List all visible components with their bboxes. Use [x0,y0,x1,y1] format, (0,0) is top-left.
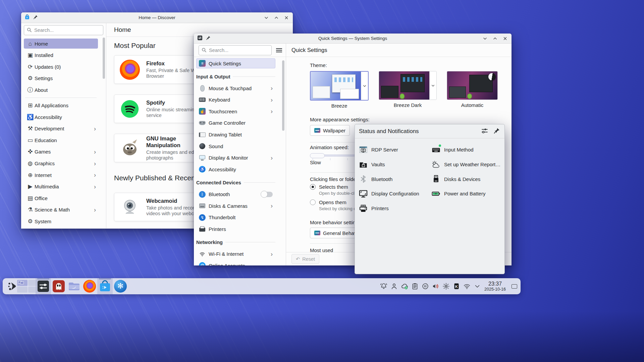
sidebar-item-games[interactable]: ✜Games› [24,147,98,157]
science-math-icon: ⚗ [26,207,35,213]
sidebar-item-updates-0[interactable]: ⟳Updates (0) [24,62,98,72]
bluetooth-toggle[interactable] [261,192,273,197]
chevron-right-icon: › [271,251,273,257]
sidebar-item-multimedia[interactable]: ▶Multimedia› [24,182,98,192]
search-input[interactable] [24,25,103,35]
settings-titlebar[interactable]: Quick Settings — System Settings [194,34,512,44]
show-desktop-button[interactable] [510,280,519,293]
internet-icon: ⊕ [26,172,35,178]
sidebar-scrollbar[interactable] [103,38,105,79]
power-battery-icon [432,189,440,198]
sidebar-item-disks-cameras[interactable]: Disks & Cameras› [196,201,275,211]
theme-dropdown-button[interactable] [429,71,436,100]
system-icon: ⚙ [26,219,35,224]
tray-media-pause-icon[interactable] [422,283,429,290]
discover-titlebar[interactable]: Home — Discover [21,12,293,23]
sidebar-item-display-monitor[interactable]: Display & Monitor› [196,153,275,163]
close-button[interactable] [502,36,508,42]
sidebar-item-office[interactable]: ▤Office [24,193,98,203]
clock[interactable]: 23:37 2025-10-16 [484,281,506,292]
maximize-button[interactable] [492,36,498,42]
theme-card-automatic[interactable] [447,71,498,100]
taskbar-ghostwriter[interactable] [51,278,66,294]
tray-keyboard-layout-icon[interactable]: K [453,283,460,290]
popup-item-printers[interactable]: Printers [359,201,432,216]
page-title: Quick Settings [291,47,327,53]
sidebar-item-bluetooth[interactable]: ᛒBluetooth [196,189,275,199]
tray-notifications-icon[interactable] [380,283,387,290]
popup-item-rdp-server[interactable]: RDP Server [359,142,432,157]
reset-button[interactable]: ↶Reset [291,254,319,264]
tray-clipboard-icon[interactable] [411,283,419,290]
sidebar-item-system[interactable]: ⚙System [24,217,98,227]
pin-icon[interactable] [33,15,38,21]
sidebar-item-online-accounts[interactable]: @Online Accounts [196,260,275,265]
sidebar-scrollbar[interactable] [282,60,284,131]
taskbar-konqueror[interactable]: ✻ [113,278,128,294]
popup-item-input-method[interactable]: Input Method [432,142,504,157]
pin-icon[interactable] [494,128,500,135]
tray-user-icon[interactable] [390,283,398,290]
menu-icon[interactable] [276,48,282,53]
sidebar-item-touchscreen[interactable]: ☝Touchscreen› [196,106,275,116]
popup-item-display-configuration[interactable]: Display Configuration [359,186,432,201]
taskbar-pager[interactable] [20,278,36,294]
slider-handle[interactable] [310,153,325,158]
close-button[interactable] [283,15,289,21]
sidebar-item-game-controller[interactable]: Game Controller [196,118,275,128]
animation-speed-label: Animation speed: [310,144,349,150]
sidebar-item-about[interactable]: ⓘAbout [24,85,98,95]
popup-item-bluetooth[interactable]: Bluetooth [359,172,432,186]
popup-item-disks-devices[interactable]: Disks & Devices [432,172,504,186]
tray-night-light-icon[interactable] [442,283,450,290]
sidebar-item-education[interactable]: ▭Education [24,135,98,145]
sidebar-item-installed[interactable]: ▣Installed [24,50,98,60]
taskbar-firefox[interactable] [82,278,97,294]
search-input[interactable] [199,45,272,55]
theme-card-breeze-dark[interactable] [379,71,437,100]
sidebar-item-settings[interactable]: ⚙Settings [24,73,98,83]
pin-icon[interactable] [206,36,211,42]
sidebar-item-accessibility[interactable]: ♿Accessibility [24,112,98,122]
sidebar-item-wi-fi-internet[interactable]: Wi-Fi & Internet› [196,249,275,259]
sidebar-item-sound[interactable]: Sound [196,141,275,151]
sidebar-item-internet[interactable]: ⊕Internet› [24,170,98,180]
tray-network-wifi-icon[interactable] [463,283,471,290]
shade-button[interactable] [263,15,269,21]
wallpaper-button[interactable]: Wallpaper [310,125,350,136]
sidebar-item-quick-settings[interactable]: ≡Quick Settings [196,58,275,68]
sidebar-item-drawing-tablet[interactable]: Drawing Tablet [196,130,275,140]
sidebar-item-graphics[interactable]: ◍Graphics› [24,159,98,169]
tray-cloud-sync-icon[interactable] [401,283,408,290]
maximize-button[interactable] [273,15,279,21]
tray-expand-arrow-icon[interactable] [474,283,481,290]
tray-volume-icon[interactable] [432,283,439,290]
clicking-label: Clicking files or folders: [310,176,362,182]
sidebar-item-development[interactable]: ⚒Development› [24,124,98,134]
sidebar-item-home[interactable]: ⌂Home [24,39,98,49]
settings-search[interactable] [199,45,272,55]
discover-search[interactable] [24,25,103,35]
taskbar-discover[interactable] [97,278,113,294]
popup-item-vaults[interactable]: Vaults [359,157,432,172]
taskbar-dolphin[interactable] [66,278,82,294]
radio-opens-them[interactable] [310,199,316,205]
sidebar-item-mouse-touchpad[interactable]: Mouse & Touchpad› [196,83,275,93]
taskbar-system-settings[interactable] [36,278,51,294]
display-monitor-icon [199,155,206,161]
theme-card-breeze[interactable] [310,71,369,101]
popup-item-set-up-weather-report[interactable]: Set up Weather Report… [432,157,504,172]
sidebar-item-thunderbolt[interactable]: ↯Thunderbolt [196,213,275,223]
active-status-dot [439,144,441,147]
sidebar-item-science-math[interactable]: ⚗Science & Math› [24,205,98,215]
radio-selects-them[interactable] [310,184,316,190]
popup-item-power-and-battery[interactable]: Power and Battery [432,186,504,201]
sidebar-item-printers[interactable]: Printers [196,224,275,234]
sidebar-item-all-applications[interactable]: ⊞All Applications [24,101,98,111]
theme-dropdown-button[interactable] [361,72,368,100]
sidebar-item-accessibility[interactable]: ♿Accessibility [196,164,275,174]
configure-icon[interactable] [481,127,488,136]
sidebar-item-keyboard[interactable]: Keyboard› [196,95,275,105]
education-icon: ▭ [26,137,35,143]
shade-button[interactable] [482,36,488,42]
